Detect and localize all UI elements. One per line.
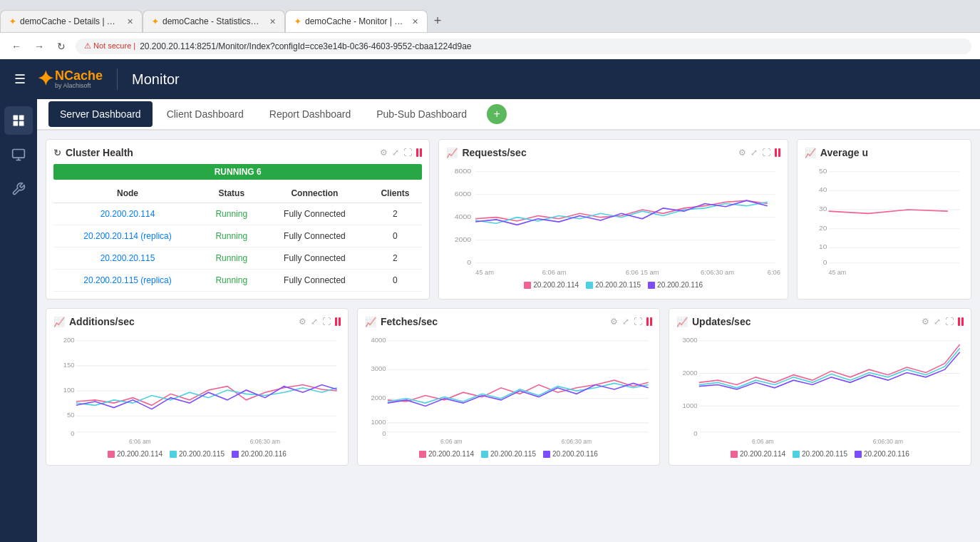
settings-icon[interactable]: ⚙ [299, 317, 306, 327]
legend-item: 20.200.20.115 [170, 450, 225, 458]
pause-button[interactable] [335, 317, 341, 326]
clients-cell: 2 [368, 203, 422, 225]
tab-details[interactable]: ✦ demoCache - Details | NCache ✕ [0, 10, 143, 32]
svg-text:40: 40 [819, 186, 827, 194]
pause-button[interactable] [416, 148, 422, 157]
svg-text:6:06:30 am: 6:06:30 am [250, 438, 280, 445]
legend-item: 20.200.20.116 [648, 281, 703, 289]
svg-text:8000: 8000 [455, 167, 472, 174]
connection-cell: Fully Connected [261, 247, 368, 270]
tab-bar: ✦ demoCache - Details | NCache ✕ ✦ demoC… [0, 0, 980, 32]
sidebar-item-monitor[interactable] [4, 140, 33, 169]
svg-text:2000: 2000 [455, 235, 472, 242]
pause-button[interactable] [775, 148, 780, 157]
ncache-logo: ✦ NCache by Alachisoft [37, 69, 103, 90]
fetches-sec-card: 📈 Fetches/sec ⚙ ⤢ ⛶ [357, 308, 660, 466]
fullscreen-icon[interactable]: ⛶ [403, 148, 412, 158]
chart-icon3: 📈 [53, 317, 65, 327]
tab-close-monitor[interactable]: ✕ [412, 17, 418, 26]
fullscreen-icon[interactable]: ⛶ [762, 148, 770, 158]
expand-icon[interactable]: ⤢ [751, 148, 758, 158]
connection-cell: Fully Connected [261, 270, 368, 292]
pause-button[interactable] [958, 317, 964, 326]
node-link[interactable]: 20.200.20.114 [100, 209, 155, 219]
settings-icon[interactable]: ⚙ [380, 148, 388, 158]
legend-item: 20.200.20.115 [481, 450, 536, 458]
col-clients: Clients [368, 184, 422, 203]
additions-header: 📈 Additions/sec ⚙ ⤢ ⛶ [53, 316, 341, 327]
updates-header: 📈 Updates/sec ⚙ ⤢ ⛶ [676, 316, 964, 327]
updates-sec-card: 📈 Updates/sec ⚙ ⤢ ⛶ [669, 308, 971, 466]
legend-item: 20.200.20.114 [419, 450, 474, 458]
svg-text:0: 0 [382, 429, 386, 437]
cluster-health-header: ↻ Cluster Health ⚙ ⤢ ⛶ [53, 147, 422, 158]
average-svg: 50 40 30 20 10 0 [805, 164, 964, 278]
tab-server-dashboard[interactable]: Server Dashboard [48, 101, 153, 127]
col-status: Status [202, 184, 261, 203]
svg-text:6:06:30 am: 6:06:30 am [562, 438, 592, 445]
status-cell: Running [202, 247, 261, 270]
svg-text:10: 10 [819, 243, 827, 251]
expand-icon[interactable]: ⤢ [311, 317, 318, 327]
tab-statistics[interactable]: ✦ demoCache - Statistics | NCache ✕ [143, 10, 285, 32]
forward-button[interactable]: → [31, 39, 47, 53]
sidebar [0, 99, 37, 542]
pause-button[interactable] [646, 317, 652, 326]
legend-color [524, 282, 531, 289]
sidebar-item-dashboard[interactable] [4, 106, 33, 135]
svg-text:3000: 3000 [371, 364, 386, 372]
cluster-table: Node Status Connection Clients 20.200.20… [53, 184, 422, 292]
tab-pubsub-dashboard[interactable]: Pub-Sub Dashboard [365, 101, 478, 127]
fullscreen-icon[interactable]: ⛶ [322, 317, 331, 327]
fullscreen-icon[interactable]: ⛶ [634, 317, 642, 327]
monitor-icon [11, 148, 26, 162]
main-content: Server Dashboard Client Dashboard Report… [37, 99, 980, 542]
logo-sub: by Alachisoft [55, 83, 103, 89]
legend-color [793, 451, 800, 458]
settings-icon[interactable]: ⚙ [610, 317, 618, 327]
fetches-header: 📈 Fetches/sec ⚙ ⤢ ⛶ [365, 316, 652, 327]
node-link[interactable]: 20.200.20.114 (replica) [83, 231, 171, 241]
fullscreen-icon[interactable]: ⛶ [945, 317, 954, 327]
expand-icon[interactable]: ⤢ [622, 317, 629, 327]
tab-close-stats[interactable]: ✕ [269, 17, 276, 26]
settings-icon[interactable]: ⚙ [738, 148, 746, 158]
requests-svg: 8000 6000 4000 2000 0 [446, 164, 780, 278]
legend-color [648, 282, 655, 289]
tab-client-dashboard[interactable]: Client Dashboard [155, 101, 255, 127]
connection-cell: Fully Connected [261, 225, 368, 247]
expand-icon[interactable]: ⤢ [934, 317, 941, 327]
hamburger-menu[interactable]: ☰ [11, 68, 29, 90]
running-badge: RUNNING 6 [53, 164, 422, 180]
requests-header: 📈 Requests/sec ⚙ ⤢ ⛶ [446, 147, 780, 158]
legend-color [731, 451, 738, 458]
legend-color [481, 451, 488, 458]
legend-item: 20.200.20.114 [108, 450, 163, 458]
legend-item: 20.200.20.115 [586, 281, 641, 289]
legend-item: 20.200.20.114 [731, 450, 785, 458]
reload-button[interactable]: ↻ [54, 39, 68, 53]
requests-chart: 8000 6000 4000 2000 0 [446, 164, 780, 278]
settings-icon[interactable]: ⚙ [922, 317, 929, 327]
svg-rect-2 [14, 121, 19, 126]
additions-svg: 200 150 100 50 0 [53, 333, 341, 447]
node-link[interactable]: 20.200.20.115 [100, 253, 155, 263]
svg-text:1000: 1000 [371, 418, 386, 426]
expand-icon[interactable]: ⤢ [392, 148, 399, 158]
back-button[interactable]: ← [9, 39, 24, 53]
svg-text:45 am: 45 am [828, 269, 846, 276]
sidebar-item-tools[interactable] [4, 175, 33, 203]
node-link[interactable]: 20.200.20.115 (replica) [83, 275, 171, 285]
additions-legend: 20.200.20.114 20.200.20.115 20.200.20.11… [53, 450, 341, 458]
fetches-controls: ⚙ ⤢ ⛶ [610, 317, 652, 327]
add-tab-button[interactable]: + [487, 104, 507, 124]
svg-text:2000: 2000 [371, 394, 386, 402]
svg-text:6:06 am: 6:06 am [129, 438, 151, 445]
legend-color [419, 451, 426, 458]
svg-text:1000: 1000 [682, 402, 697, 409]
tab-monitor[interactable]: ✦ demoCache - Monitor | NCache ✕ [285, 10, 428, 32]
updates-controls: ⚙ ⤢ ⛶ [922, 317, 964, 327]
tab-report-dashboard[interactable]: Report Dashboard [258, 101, 362, 127]
new-tab-button[interactable]: + [428, 11, 448, 31]
tab-close-details[interactable]: ✕ [127, 17, 133, 26]
